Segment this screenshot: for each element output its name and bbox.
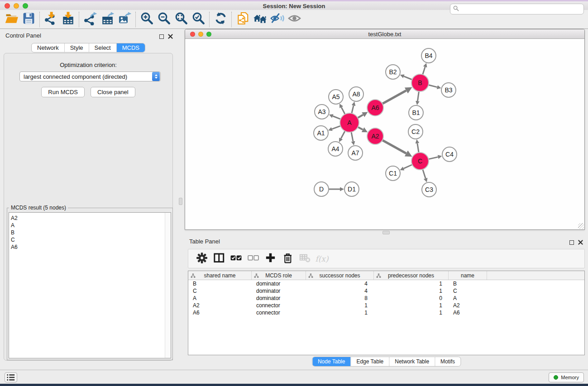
add-column-button[interactable] <box>262 250 279 267</box>
eye-slash-button[interactable] <box>268 11 286 28</box>
deselect-all-button[interactable] <box>244 250 262 267</box>
edge-A-A2[interactable] <box>358 127 363 130</box>
table-row[interactable]: Cdominator41C <box>188 287 584 295</box>
float-panel-icon[interactable] <box>569 240 574 245</box>
tab-network-table[interactable]: Network Table <box>389 357 435 366</box>
node-C1[interactable]: C1 <box>386 166 400 181</box>
column-header-predecessor-nodes[interactable]: predecessor nodes <box>374 271 449 280</box>
tab-motifs[interactable]: Motifs <box>435 357 460 366</box>
edge-C-C2[interactable] <box>417 143 419 152</box>
edge-A-A7[interactable] <box>351 132 353 141</box>
result-item[interactable]: C <box>9 236 171 243</box>
import-network-button[interactable] <box>42 11 59 28</box>
show-columns-button[interactable] <box>210 250 227 267</box>
edge-A2-C[interactable] <box>382 140 406 153</box>
table-row[interactable]: Adominator80A <box>188 295 584 302</box>
node-A4[interactable]: A4 <box>328 142 343 156</box>
float-panel-icon[interactable] <box>159 34 164 39</box>
edge-A-A3[interactable] <box>333 116 340 119</box>
table-row[interactable]: A6connector11A6 <box>188 309 584 316</box>
node-A2[interactable]: A2 <box>367 128 383 144</box>
close-panel-icon[interactable] <box>168 33 173 41</box>
zoom-in-button[interactable] <box>138 11 155 28</box>
vertical-splitter[interactable] <box>177 29 185 370</box>
zoom-fit-button[interactable] <box>172 11 190 28</box>
result-scrollbar[interactable] <box>165 213 171 358</box>
node-A[interactable]: A <box>340 113 359 132</box>
edge-A-A8[interactable] <box>352 105 354 113</box>
tab-edge-table[interactable]: Edge Table <box>350 357 389 366</box>
tab-select[interactable]: Select <box>89 43 116 52</box>
edge-B-B3[interactable] <box>429 85 437 87</box>
result-item[interactable]: B <box>9 229 171 236</box>
zoom-out-button[interactable] <box>155 11 172 28</box>
export-table-button[interactable] <box>99 11 116 28</box>
column-header-MCDS-role[interactable]: MCDS role <box>252 271 306 280</box>
close-panel-button[interactable]: Close panel <box>91 87 135 97</box>
close-panel-icon[interactable] <box>578 238 583 247</box>
node-D[interactable]: D <box>314 182 329 196</box>
node-C[interactable]: C <box>411 152 429 170</box>
node-A5[interactable]: A5 <box>329 90 343 104</box>
zoom-selected-button[interactable] <box>190 11 207 28</box>
delete-column-button[interactable] <box>279 250 296 267</box>
node-B1[interactable]: B1 <box>409 105 423 120</box>
save-session-button[interactable] <box>20 11 37 28</box>
splitter-handle[interactable] <box>179 198 182 205</box>
horizontal-splitter[interactable] <box>185 230 588 235</box>
edge-B-B4[interactable] <box>423 67 425 75</box>
edge-A-A4[interactable] <box>341 131 345 138</box>
edge-A6-B[interactable] <box>382 91 406 104</box>
node-B3[interactable]: B3 <box>441 83 456 97</box>
node-A6[interactable]: A6 <box>367 100 383 116</box>
node-B[interactable]: B <box>411 74 429 91</box>
node-A7[interactable]: A7 <box>348 146 363 160</box>
column-header-name[interactable]: name <box>449 271 487 280</box>
houses-button[interactable] <box>251 11 268 28</box>
edge-B-B2[interactable] <box>404 76 412 80</box>
edge-B-B1[interactable] <box>418 91 419 101</box>
column-header-shared-name[interactable]: shared name <box>188 271 252 280</box>
table-row[interactable]: A2connector11A2 <box>188 302 584 309</box>
session-details-button[interactable] <box>5 372 17 382</box>
edge-A-A5[interactable] <box>341 107 345 114</box>
result-item[interactable]: A6 <box>9 243 171 251</box>
run-mcds-button[interactable]: Run MCDS <box>41 87 85 97</box>
import-table-button[interactable] <box>59 11 76 28</box>
tab-mcds[interactable]: MCDS <box>116 43 145 52</box>
column-header-successor-nodes[interactable]: successor nodes <box>306 271 374 280</box>
edge-A-A1[interactable] <box>332 126 340 129</box>
node-C4[interactable]: C4 <box>442 147 457 162</box>
eye-button[interactable] <box>286 11 303 28</box>
search-input[interactable] <box>461 5 583 13</box>
edge-C-C3[interactable] <box>423 170 425 179</box>
resize-grip-icon[interactable] <box>578 223 584 229</box>
tab-node-table[interactable]: Node Table <box>312 357 351 366</box>
node-C2[interactable]: C2 <box>408 124 423 139</box>
memory-button[interactable]: Memory <box>549 372 584 382</box>
tab-network[interactable]: Network <box>32 43 64 52</box>
edge-A-A6[interactable] <box>358 115 363 118</box>
splitter-handle[interactable] <box>382 231 390 234</box>
result-item[interactable]: A <box>9 222 171 229</box>
refresh-button[interactable] <box>212 11 229 28</box>
export-image-button[interactable] <box>116 11 133 28</box>
edge-C-C1[interactable] <box>404 165 412 168</box>
export-network-button[interactable] <box>81 11 99 28</box>
result-item[interactable]: A2 <box>9 214 171 222</box>
node-B2[interactable]: B2 <box>386 65 400 79</box>
tab-style[interactable]: Style <box>64 43 89 52</box>
table-mode-gear-button[interactable] <box>193 250 210 267</box>
node-C3[interactable]: C3 <box>422 182 436 197</box>
table-row[interactable]: Bdominator41B <box>188 280 584 287</box>
open-session-button[interactable] <box>3 11 20 28</box>
node-A1[interactable]: A1 <box>314 126 328 140</box>
network-canvas[interactable]: AA1A3A5A8A4A7A6A2BB2B4B3B1CC2C4C1C3DD1 <box>185 39 584 229</box>
search-field[interactable] <box>450 4 584 14</box>
criterion-dropdown[interactable]: largest connected component (directed) <box>19 71 161 81</box>
edge-C-C4[interactable] <box>429 157 438 159</box>
node-A8[interactable]: A8 <box>349 87 363 101</box>
node-B4[interactable]: B4 <box>421 48 436 63</box>
node-A3[interactable]: A3 <box>315 105 329 119</box>
node-D1[interactable]: D1 <box>344 182 359 196</box>
